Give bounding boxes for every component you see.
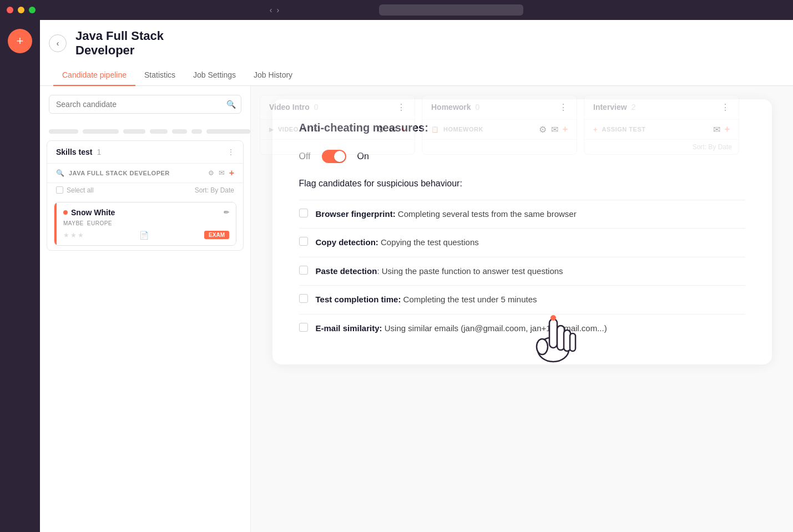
minimize-window-btn[interactable] bbox=[18, 7, 24, 13]
star-1[interactable]: ★ bbox=[63, 231, 69, 239]
maximize-window-btn[interactable] bbox=[29, 7, 36, 13]
stage-skills-test: Skills test 1 ⋮ 🔍 JAVA FULL STACK DEVELO… bbox=[47, 140, 244, 251]
page-header: ‹ Java Full Stack Developer bbox=[40, 20, 793, 58]
candidate-tags: MAYBE EUROPE bbox=[63, 220, 229, 226]
exam-badge: EXAM bbox=[204, 231, 229, 239]
search-bar: 🔍 bbox=[49, 95, 241, 114]
back-button[interactable]: ‹ bbox=[49, 34, 67, 52]
pill-7 bbox=[206, 129, 250, 134]
page-title: Java Full Stack Developer bbox=[75, 29, 164, 58]
measure-text-email: E-mail similarity: Using similar emails … bbox=[316, 322, 607, 335]
sort-by-date[interactable]: Sort: By Date bbox=[195, 186, 234, 194]
add-button[interactable]: + bbox=[8, 29, 32, 53]
stage-title-skills: Skills test 1 bbox=[56, 148, 101, 156]
document-icon[interactable]: 📄 bbox=[139, 231, 149, 240]
candidate-footer: ★ ★ ★ 📄 EXAM bbox=[63, 231, 229, 240]
window-controls bbox=[7, 7, 36, 13]
select-all-checkbox[interactable] bbox=[56, 186, 63, 194]
titlebar: ‹ › bbox=[0, 0, 793, 20]
candidate-name: Snow White ✏ bbox=[63, 208, 229, 217]
candidate-card-snow-white[interactable]: Snow White ✏ MAYBE EUROPE ★ ★ ★ bbox=[54, 202, 236, 246]
sidebar: + bbox=[0, 0, 40, 532]
mail-icon[interactable]: ✉ bbox=[219, 169, 225, 177]
main-content: ‹ Java Full Stack Developer Candidate pi… bbox=[40, 20, 793, 532]
anti-cheating-title: Anti-cheating measures: bbox=[299, 121, 745, 134]
measure-checkbox-paste[interactable] bbox=[299, 266, 308, 275]
edit-candidate-icon[interactable]: ✏ bbox=[224, 209, 229, 216]
toggle-knob bbox=[334, 151, 345, 162]
search-input[interactable] bbox=[49, 95, 241, 114]
stage-subheader-skills: 🔍 JAVA FULL STACK DEVELOPER ⚙ ✉ + bbox=[47, 164, 243, 183]
measure-checkbox-email[interactable] bbox=[299, 323, 308, 332]
candidate-stars: ★ ★ ★ bbox=[63, 231, 84, 239]
toggle-row: Off On bbox=[299, 150, 745, 163]
measure-browser-fingerprint: Browser fingerprint: Completing several … bbox=[299, 200, 745, 229]
stage-header-skills: Skills test 1 ⋮ bbox=[47, 141, 243, 164]
measure-completion-time: Test completion time: Completing the tes… bbox=[299, 285, 745, 314]
pill-2 bbox=[83, 129, 119, 134]
right-panel: Video Intro 0 ⋮ ▶ VIDEO INTRO ⚙✉+ Ho bbox=[251, 86, 793, 532]
tag-maybe: MAYBE bbox=[63, 220, 84, 226]
select-all-text: Select all bbox=[67, 186, 94, 194]
add-test-icon[interactable]: + bbox=[229, 168, 234, 178]
toggle-off-label: Off bbox=[299, 151, 311, 161]
flag-label: Flag candidates for suspicious behaviour… bbox=[299, 179, 745, 189]
sort-bar-skills: Select all Sort: By Date bbox=[47, 183, 243, 197]
search-icon: 🔍 bbox=[226, 100, 236, 109]
toggle-on-label: On bbox=[357, 151, 369, 161]
measure-copy-detection: Copy detection: Copying the test questio… bbox=[299, 228, 745, 257]
left-panel: 🔍 Skills test 1 bbox=[40, 86, 251, 532]
tab-statistics[interactable]: Statistics bbox=[135, 65, 184, 86]
pill-1 bbox=[49, 129, 78, 134]
pill-5 bbox=[172, 129, 186, 134]
close-window-btn[interactable] bbox=[7, 7, 13, 13]
content-area: 🔍 Skills test 1 bbox=[40, 86, 793, 532]
select-all-label: Select all bbox=[56, 186, 94, 194]
pill-4 bbox=[150, 129, 168, 134]
measure-text-browser: Browser fingerprint: Completing several … bbox=[316, 208, 577, 221]
tabs-bar: Candidate pipeline Statistics Job Settin… bbox=[40, 65, 793, 86]
nav-back-arrow[interactable]: ‹ bbox=[270, 6, 272, 14]
url-bar[interactable] bbox=[379, 4, 523, 16]
measure-paste-detection: Paste detection: Using the paste functio… bbox=[299, 257, 745, 286]
measure-text-copy: Copy detection: Copying the test questio… bbox=[316, 236, 479, 249]
star-2[interactable]: ★ bbox=[70, 231, 77, 239]
pill-3 bbox=[123, 129, 145, 134]
pill-6 bbox=[191, 129, 203, 134]
measure-text-time: Test completion time: Completing the tes… bbox=[316, 293, 537, 306]
tab-job-settings[interactable]: Job Settings bbox=[184, 65, 245, 86]
gear-icon[interactable]: ⚙ bbox=[208, 169, 214, 177]
anti-cheating-toggle[interactable] bbox=[322, 150, 346, 163]
more-options-icon[interactable]: ⋮ bbox=[228, 148, 234, 156]
stage-actions-skills: ⋮ bbox=[228, 148, 234, 156]
test-name-label: JAVA FULL STACK DEVELOPER bbox=[69, 170, 204, 176]
pipeline-pills bbox=[40, 123, 250, 140]
nav-forward-arrow[interactable]: › bbox=[277, 6, 280, 14]
candidate-card-inner: Snow White ✏ MAYBE EUROPE ★ ★ ★ bbox=[54, 202, 236, 245]
measure-checkbox-browser[interactable] bbox=[299, 209, 308, 217]
tab-job-history[interactable]: Job History bbox=[245, 65, 301, 86]
measure-checkbox-time[interactable] bbox=[299, 294, 308, 303]
measure-email-similarity: E-mail similarity: Using similar emails … bbox=[299, 314, 745, 343]
tag-europe: EUROPE bbox=[87, 220, 112, 226]
star-3[interactable]: ★ bbox=[78, 231, 84, 239]
anti-cheating-card: Anti-cheating measures: Off On Flag cand… bbox=[272, 99, 772, 365]
tab-candidate-pipeline[interactable]: Candidate pipeline bbox=[53, 65, 135, 86]
measure-checkbox-copy[interactable] bbox=[299, 237, 308, 246]
test-type-icon: 🔍 bbox=[56, 169, 64, 177]
measure-text-paste: Paste detection: Using the paste functio… bbox=[316, 265, 563, 278]
candidate-status-dot bbox=[63, 210, 68, 215]
